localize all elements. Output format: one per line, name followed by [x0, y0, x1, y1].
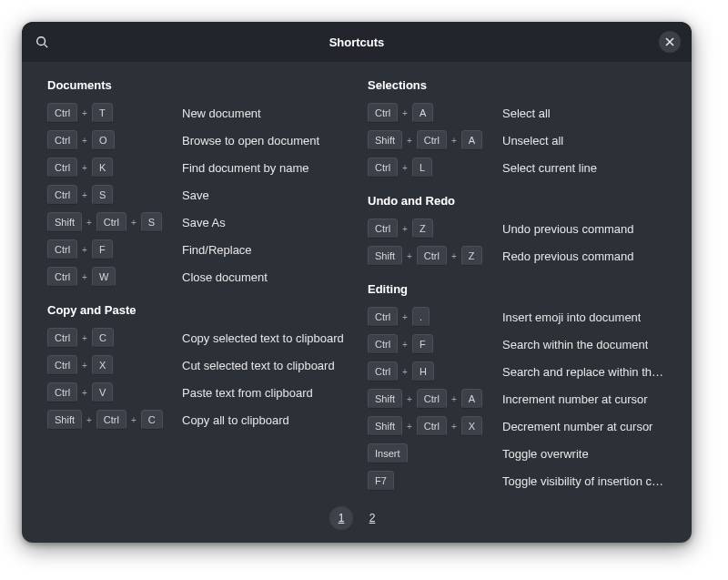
shortcut-desc: Browse to open document — [182, 134, 319, 148]
shortcut-desc: Search and replace within the document — [502, 365, 666, 379]
shortcut-row: Ctrl + Z Undo previous command — [368, 215, 666, 242]
section-selections: Selections Ctrl + A Select all Shift + — [368, 78, 666, 181]
key: Shift — [368, 416, 402, 436]
plus-icon: + — [451, 394, 457, 404]
section-title: Documents — [47, 78, 346, 92]
shortcut-row: Ctrl + F Search within the document — [368, 331, 666, 358]
key: Ctrl — [368, 103, 398, 123]
key: Ctrl — [47, 130, 77, 150]
key: Ctrl — [368, 158, 398, 178]
shortcut-row: Ctrl + V Paste text from clipboard — [47, 379, 346, 406]
key: Shift — [368, 389, 402, 409]
svg-line-1 — [45, 45, 48, 48]
section-editing: Editing Ctrl + . Insert emoji into docum… — [368, 282, 666, 494]
plus-icon: + — [407, 394, 412, 404]
keys: Shift + Ctrl + X — [368, 416, 493, 436]
shortcut-desc: Paste text from clipboard — [182, 386, 313, 400]
keys: Ctrl + X — [47, 355, 173, 375]
shortcut-desc: Select current line — [502, 161, 597, 175]
key: Ctrl — [417, 389, 447, 409]
page-2-button[interactable]: 2 — [360, 506, 384, 530]
shortcut-row: Ctrl + L Select current line — [368, 154, 666, 181]
key: X — [92, 355, 113, 375]
key: O — [92, 130, 115, 150]
plus-icon: + — [131, 218, 136, 228]
section-documents: Documents Ctrl + T New document Ctrl + — [47, 78, 346, 290]
columns: Documents Ctrl + T New document Ctrl + — [47, 76, 666, 497]
plus-icon: + — [402, 108, 408, 118]
shortcut-desc: Decrement number at cursor — [502, 420, 652, 433]
plus-icon: + — [451, 251, 457, 261]
shortcut-row: Shift + Ctrl + A Increment number at cur… — [368, 385, 666, 412]
shortcut-row: Shift + Ctrl + A Unselect all — [368, 127, 666, 154]
key: Ctrl — [368, 219, 398, 239]
key: Shift — [368, 130, 402, 150]
plus-icon: + — [82, 190, 87, 200]
shortcut-row: Ctrl + W Close document — [47, 263, 346, 290]
key: V — [92, 382, 113, 402]
close-button[interactable] — [659, 31, 681, 53]
shortcut-desc: Copy selected text to clipboard — [182, 331, 344, 345]
key: F — [412, 334, 433, 354]
key: A — [412, 103, 433, 123]
close-icon — [665, 37, 674, 46]
shortcut-desc: Redo previous command — [502, 249, 634, 263]
svg-point-0 — [37, 37, 46, 46]
plus-icon: + — [82, 333, 87, 343]
shortcut-desc: Unselect all — [502, 134, 563, 148]
window-title: Shortcuts — [55, 36, 659, 49]
key: Ctrl — [368, 361, 398, 382]
keys: Ctrl + C — [47, 328, 173, 348]
shortcut-desc: Select all — [502, 107, 551, 120]
keys: Ctrl + Z — [368, 219, 493, 239]
key: Ctrl — [47, 239, 77, 259]
plus-icon: + — [82, 136, 87, 146]
plus-icon: + — [407, 422, 412, 432]
shortcut-desc: Save — [182, 188, 209, 202]
section-title: Editing — [368, 282, 666, 296]
plus-icon: + — [82, 272, 87, 282]
shortcut-desc: Search within the document — [502, 338, 648, 351]
page-1-button[interactable]: 1 — [329, 506, 353, 530]
section-title: Copy and Paste — [47, 303, 346, 317]
shortcut-desc: Save As — [182, 216, 226, 229]
key: L — [412, 158, 432, 178]
key: Ctrl — [368, 307, 398, 327]
plus-icon: + — [131, 415, 136, 425]
key: S — [92, 185, 113, 205]
search-icon — [35, 36, 48, 48]
plus-icon: + — [402, 312, 408, 322]
plus-icon: + — [451, 422, 457, 432]
shortcut-row: Ctrl + T New document — [47, 99, 346, 127]
plus-icon: + — [402, 224, 408, 234]
keys: Ctrl + T — [47, 103, 173, 123]
shortcut-row: Ctrl + F Find/Replace — [47, 236, 346, 263]
key: . — [412, 307, 430, 327]
shortcut-row: Shift + Ctrl + X Decrement number at cur… — [368, 412, 666, 440]
keys: Ctrl + A — [368, 103, 493, 123]
plus-icon: + — [86, 415, 92, 425]
keys: Shift + Ctrl + A — [368, 389, 493, 409]
shortcut-desc: Toggle overwrite — [502, 447, 589, 461]
key: Ctrl — [96, 212, 126, 232]
plus-icon: + — [451, 136, 457, 146]
key: Ctrl — [47, 355, 77, 375]
shortcuts-window: Shortcuts Documents Ctrl + T — [22, 22, 692, 543]
shortcut-row: Ctrl + X Cut selected text to clipboard — [47, 351, 346, 379]
shortcut-row: Shift + Ctrl + S Save As — [47, 209, 346, 236]
shortcut-row: Shift + Ctrl + C Copy all to clipboard — [47, 406, 346, 433]
keys: Insert — [368, 443, 493, 463]
keys: Ctrl + . — [368, 307, 493, 327]
plus-icon: + — [407, 251, 412, 261]
shortcut-row: Insert Toggle overwrite — [368, 440, 666, 467]
key: Shift — [47, 410, 82, 430]
key: Ctrl — [47, 103, 77, 123]
shortcut-row: Shift + Ctrl + Z Redo previous command — [368, 242, 666, 270]
search-button[interactable] — [29, 29, 55, 55]
key: F — [92, 239, 113, 259]
shortcut-desc: Undo previous command — [502, 222, 634, 236]
key: Ctrl — [417, 246, 447, 266]
shortcut-row: F7 Toggle visibility of insertion caret — [368, 467, 666, 494]
shortcut-row: Ctrl + K Find document by name — [47, 154, 346, 181]
column-right: Selections Ctrl + A Select all Shift + — [368, 76, 666, 497]
